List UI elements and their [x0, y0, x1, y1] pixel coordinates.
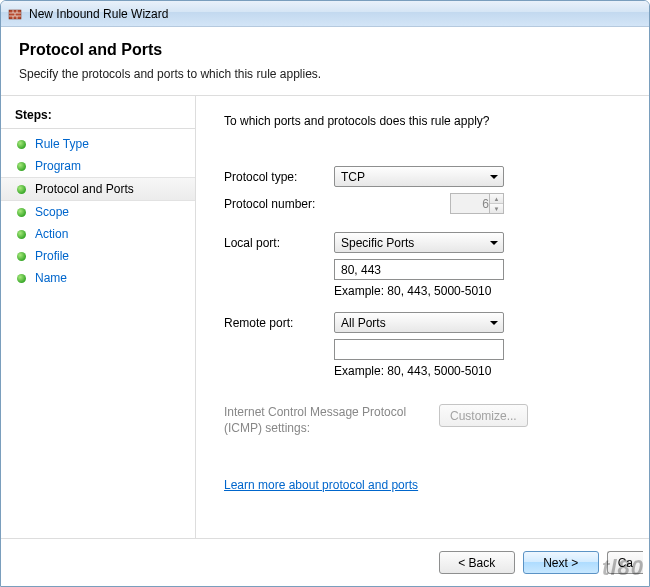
- protocol-number-label: Protocol number:: [224, 197, 334, 211]
- customize-button: Customize...: [439, 404, 528, 427]
- step-item[interactable]: Rule Type: [1, 133, 195, 155]
- spinner-down-icon: ▼: [490, 204, 503, 213]
- step-label: Profile: [35, 249, 69, 263]
- window-title: New Inbound Rule Wizard: [29, 7, 168, 21]
- header: Protocol and Ports Specify the protocols…: [1, 27, 649, 96]
- page-subtitle: Specify the protocols and ports to which…: [19, 67, 631, 81]
- chevron-down-icon: [490, 321, 498, 325]
- step-label: Name: [35, 271, 67, 285]
- remote-port-select[interactable]: All Ports: [334, 312, 504, 333]
- bullet-icon: [17, 185, 26, 194]
- firewall-icon: [7, 6, 23, 22]
- bullet-icon: [17, 140, 26, 149]
- bullet-icon: [17, 252, 26, 261]
- protocol-type-select[interactable]: TCP: [334, 166, 504, 187]
- icmp-label: Internet Control Message Protocol (ICMP)…: [224, 404, 439, 436]
- local-port-input[interactable]: [334, 259, 504, 280]
- remote-port-example: Example: 80, 443, 5000-5010: [334, 364, 631, 378]
- local-port-select[interactable]: Specific Ports: [334, 232, 504, 253]
- bullet-icon: [17, 274, 26, 283]
- cancel-button[interactable]: Ca: [607, 551, 643, 574]
- protocol-type-value: TCP: [341, 170, 365, 184]
- step-label: Rule Type: [35, 137, 89, 151]
- step-item[interactable]: Action: [1, 223, 195, 245]
- back-button[interactable]: < Back: [439, 551, 515, 574]
- step-item[interactable]: Profile: [1, 245, 195, 267]
- step-label: Program: [35, 159, 81, 173]
- local-port-select-value: Specific Ports: [341, 236, 414, 250]
- remote-port-label: Remote port:: [224, 316, 334, 330]
- step-label: Action: [35, 227, 68, 241]
- local-port-label: Local port:: [224, 236, 334, 250]
- steps-panel: Steps: Rule TypeProgramProtocol and Port…: [1, 96, 196, 538]
- protocol-type-label: Protocol type:: [224, 170, 334, 184]
- spinner-arrows: ▲ ▼: [489, 194, 503, 213]
- remote-port-select-value: All Ports: [341, 316, 386, 330]
- bullet-icon: [17, 162, 26, 171]
- step-label: Scope: [35, 205, 69, 219]
- step-label: Protocol and Ports: [35, 182, 134, 196]
- learn-more-link[interactable]: Learn more about protocol and ports: [224, 478, 418, 492]
- local-port-example: Example: 80, 443, 5000-5010: [334, 284, 631, 298]
- titlebar: New Inbound Rule Wizard: [1, 1, 649, 27]
- step-item[interactable]: Name: [1, 267, 195, 289]
- remote-port-input[interactable]: [334, 339, 504, 360]
- main-panel: To which ports and protocols does this r…: [196, 96, 649, 538]
- protocol-number-spinner: 6 ▲ ▼: [450, 193, 504, 214]
- intro-question: To which ports and protocols does this r…: [224, 114, 631, 128]
- protocol-number-value: 6: [457, 197, 489, 211]
- page-title: Protocol and Ports: [19, 41, 631, 59]
- step-item[interactable]: Program: [1, 155, 195, 177]
- spinner-up-icon: ▲: [490, 194, 503, 204]
- step-item[interactable]: Protocol and Ports: [1, 177, 195, 201]
- steps-header: Steps:: [1, 104, 195, 129]
- bullet-icon: [17, 230, 26, 239]
- chevron-down-icon: [490, 241, 498, 245]
- bullet-icon: [17, 208, 26, 217]
- step-item[interactable]: Scope: [1, 201, 195, 223]
- footer: < Back Next > Ca: [1, 538, 649, 586]
- chevron-down-icon: [490, 175, 498, 179]
- next-button[interactable]: Next >: [523, 551, 599, 574]
